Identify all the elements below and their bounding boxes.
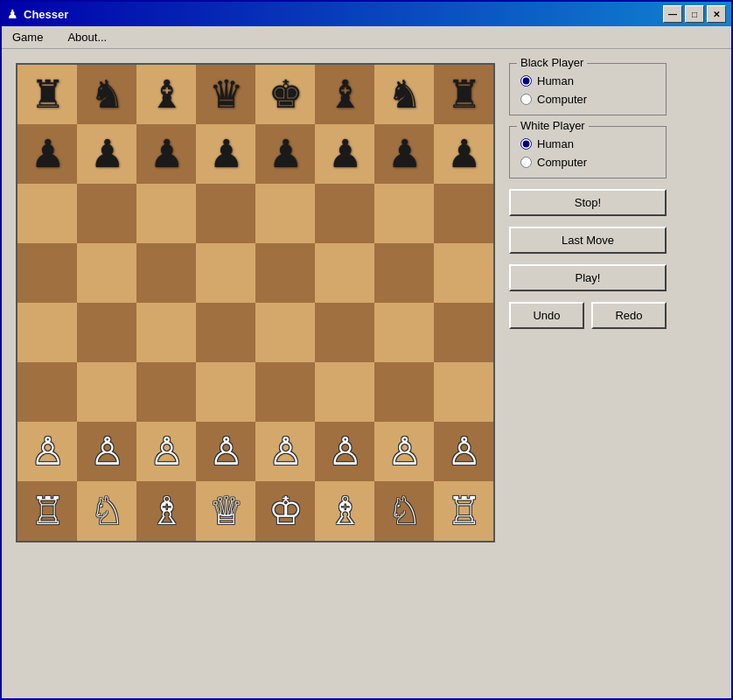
cell-5-3[interactable] [196,362,255,422]
white-player-radio-group: Human Computer [520,137,655,169]
piece-6-5: ♙ [328,432,362,471]
cell-5-7[interactable] [434,362,493,422]
close-button[interactable]: ✕ [707,5,726,23]
cell-1-3[interactable]: ♟ [196,124,255,184]
piece-1-0: ♟ [31,135,65,173]
cell-2-7[interactable] [434,184,493,243]
piece-6-7: ♙ [447,432,481,471]
cell-3-7[interactable] [434,243,493,303]
cell-2-3[interactable] [196,184,255,243]
cell-0-2[interactable]: ♝ [136,65,196,124]
cell-4-0[interactable] [17,303,77,362]
piece-0-3: ♛ [209,75,243,114]
maximize-button[interactable]: □ [685,5,704,23]
cell-2-6[interactable] [374,184,434,243]
cell-3-4[interactable] [255,243,315,303]
cell-3-3[interactable] [196,243,255,303]
white-human-option[interactable]: Human [520,137,655,150]
cell-1-1[interactable]: ♟ [77,124,136,184]
cell-4-3[interactable] [196,303,255,362]
cell-1-7[interactable]: ♟ [434,124,493,184]
piece-0-6: ♞ [387,75,422,114]
cell-5-5[interactable] [315,362,374,422]
cell-7-4[interactable]: ♔ [255,481,315,541]
cell-6-1[interactable]: ♙ [77,422,136,481]
cell-3-0[interactable] [17,243,77,303]
cell-2-5[interactable] [315,184,374,243]
white-computer-option[interactable]: Computer [520,156,655,169]
cell-1-2[interactable]: ♟ [136,124,196,184]
black-human-radio[interactable] [520,75,532,87]
cell-0-3[interactable]: ♛ [196,65,255,124]
cell-2-2[interactable] [136,184,196,243]
piece-7-6: ♘ [387,492,422,530]
cell-0-7[interactable]: ♜ [434,65,493,124]
cell-6-3[interactable]: ♙ [196,422,255,481]
cell-5-4[interactable] [255,362,315,422]
cell-0-1[interactable]: ♞ [77,65,136,124]
cell-2-1[interactable] [77,184,136,243]
cell-7-6[interactable]: ♘ [374,481,434,541]
redo-button[interactable]: Redo [591,302,667,329]
cell-4-1[interactable] [77,303,136,362]
cell-1-6[interactable]: ♟ [374,124,434,184]
cell-7-2[interactable]: ♗ [136,481,196,541]
cell-4-7[interactable] [434,303,493,362]
cell-3-5[interactable] [315,243,374,303]
cell-1-4[interactable]: ♟ [255,124,315,184]
last-move-button[interactable]: Last Move [509,227,667,254]
cell-4-2[interactable] [136,303,196,362]
cell-3-6[interactable] [374,243,434,303]
cell-4-6[interactable] [374,303,434,362]
cell-1-0[interactable]: ♟ [17,124,77,184]
menu-game[interactable]: Game [9,29,46,46]
cell-5-0[interactable] [17,362,77,422]
cell-6-0[interactable]: ♙ [17,422,77,481]
cell-6-7[interactable]: ♙ [434,422,493,481]
cell-7-0[interactable]: ♖ [17,481,77,541]
menu-about[interactable]: About... [64,29,110,46]
stop-button[interactable]: Stop! [509,189,667,216]
minimize-button[interactable]: — [663,5,682,23]
play-button[interactable]: Play! [509,264,667,291]
piece-1-6: ♟ [387,135,422,173]
cell-4-4[interactable] [255,303,315,362]
piece-7-3: ♕ [209,492,243,530]
cell-2-0[interactable] [17,184,77,243]
cell-0-6[interactable]: ♞ [374,65,434,124]
piece-0-4: ♚ [269,75,303,114]
cell-6-5[interactable]: ♙ [315,422,374,481]
black-computer-option[interactable]: Computer [520,93,655,106]
cell-6-4[interactable]: ♙ [255,422,315,481]
piece-7-0: ♖ [31,492,65,530]
white-computer-label: Computer [537,156,587,169]
piece-7-5: ♗ [328,492,362,530]
cell-4-5[interactable] [315,303,374,362]
cell-7-7[interactable]: ♖ [434,481,493,541]
cell-7-1[interactable]: ♘ [77,481,136,541]
black-human-option[interactable]: Human [520,74,655,88]
cell-7-5[interactable]: ♗ [315,481,374,541]
cell-5-6[interactable] [374,362,434,422]
black-computer-radio[interactable] [520,94,532,105]
piece-1-4: ♟ [269,135,303,173]
main-content: ♜♞♝♛♚♝♞♜♟♟♟♟♟♟♟♟♙♙♙♙♙♙♙♙♖♘♗♕♔♗♘♖ Black P… [2,49,731,698]
cell-0-0[interactable]: ♜ [17,65,77,124]
cell-6-2[interactable]: ♙ [136,422,196,481]
cell-1-5[interactable]: ♟ [315,124,374,184]
cell-7-3[interactable]: ♕ [196,481,255,541]
piece-6-1: ♙ [90,432,124,471]
white-computer-radio[interactable] [520,157,532,168]
cell-6-6[interactable]: ♙ [374,422,434,481]
chess-board[interactable]: ♜♞♝♛♚♝♞♜♟♟♟♟♟♟♟♟♙♙♙♙♙♙♙♙♖♘♗♕♔♗♘♖ [16,63,495,542]
cell-0-5[interactable]: ♝ [315,65,374,124]
cell-3-2[interactable] [136,243,196,303]
cell-3-1[interactable] [77,243,136,303]
piece-7-4: ♔ [269,492,303,530]
cell-2-4[interactable] [255,184,315,243]
undo-button[interactable]: Undo [509,302,584,329]
cell-0-4[interactable]: ♚ [255,65,315,124]
cell-5-1[interactable] [77,362,136,422]
cell-5-2[interactable] [136,362,196,422]
white-human-radio[interactable] [520,138,532,150]
